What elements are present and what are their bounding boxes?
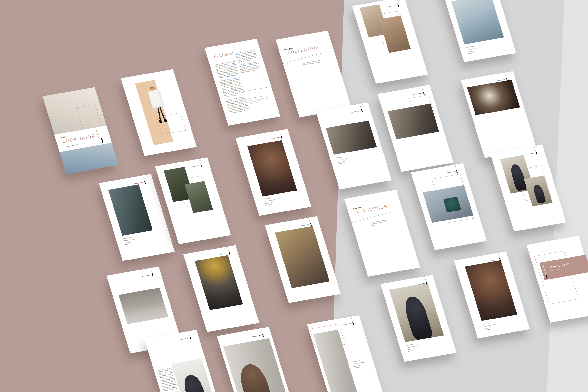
figure-silhouette [402,295,434,341]
page-jeans: Fashion Name Product Code: #fw03 Model N… [440,0,516,62]
black-bar [262,334,264,337]
studio-name-label: STUDIO NAME [252,335,261,337]
caption-block: Fashion Name Product Code: #fw01 Model N… [123,234,148,245]
black-bar [546,276,548,279]
cover-black-bar [101,138,103,143]
photo-striped-top [389,283,444,342]
rose-line [199,159,201,164]
rose-line [498,253,500,258]
black-bar [352,322,354,325]
page-header: STUDIO NAME [131,174,152,188]
photo-building-model [223,338,290,392]
unique-title: COLLECTION [287,45,320,55]
page-handbag: STUDIO NAME [411,163,487,250]
studio-name-label: STUDIO NAME [219,253,228,256]
page-header: STUDIO NAME [443,164,464,178]
white-line [543,265,546,274]
rose-line [261,328,262,333]
studio-name-label: STUDIO NAME [342,323,351,325]
studio-name-label: STUDIO NAME [351,110,360,113]
photo-portrait-brown [247,140,297,196]
black-bar [500,258,501,261]
photo-bicycle [379,16,411,53]
studio-name-label: STUDIO NAME [413,93,422,95]
paragraph: Lorem ipsum dolor sit amet, consectetur … [215,61,239,79]
paragraph: Integer pulvinar id enim eget volutpat. … [226,96,250,114]
page-header: STUDIO NAME [486,252,507,266]
rose-line [422,86,423,91]
studio-name-label: STUDIO NAME [496,79,505,81]
rose-line [188,331,190,336]
photo-umbrella [195,255,243,310]
studio-website: www.example.com [550,268,562,271]
black-bar [152,273,154,276]
rose-line [150,268,152,273]
caption-block: Fashion Name Product Code: #fw03 Model N… [466,43,491,54]
photo-waterfall-hat [388,104,439,139]
paragraph: Cras sit amet arcu vehicula pulvinar fel… [238,61,261,73]
black-bar [536,151,538,154]
teal-handbag [443,196,461,212]
photo-forest-2 [185,181,213,213]
studio-name-label: STUDIO NAME [142,274,151,277]
photo-waterfall-hat [326,120,377,155]
rose-line [309,218,310,222]
caption-block: Fashion Name Product Code: #fw01 Model N… [337,153,362,164]
figure-silhouette [532,184,546,204]
studio-name-label: STUDIO NAME [134,182,143,184]
page-two-photos-street: STUDIO NAME [352,0,428,84]
studio-name-label: STUDIO NAME [446,171,455,174]
figure-silhouette [509,164,528,191]
studio-name-label: STUDIO NAME [190,165,199,168]
rose-line [143,176,144,180]
page-unique-collection: UNIQUE COLLECTION Lorem ipsum dolor sit … [276,30,352,118]
studio-name-label: STUDIO NAME [526,152,534,155]
page-header: STUDIO NAME [348,103,369,116]
black-bar [310,223,312,226]
figure-silhouette [181,374,210,392]
cover-title: LOOK BOOK [62,133,96,144]
photo-portrait-brown [465,260,517,321]
page-header: STUDIO NAME [339,316,360,329]
black-bar [398,4,399,7]
photo-hat-sitting [524,176,552,206]
rose-line [505,72,506,78]
rose-line [424,276,426,281]
black-bar [200,164,202,167]
divider-line [242,86,271,92]
page-header: STUDIO NAME [138,267,160,281]
rose-line [279,130,281,135]
black-bar [144,181,146,184]
black-bar [506,78,508,81]
page-portrait-brown-2: Fashion Name Product Code: #fw01 Model N… [454,252,530,338]
cover-rose-line [96,129,99,138]
page-back-cover: STUDIO NAME www.example.com [526,236,588,323]
photo-autumn [275,226,330,288]
page-header: STUDIO NAME [176,330,197,344]
rose-line [455,165,456,170]
page-model-beige [121,69,196,156]
photo-jeans [451,0,504,44]
photo-curb-sitting [118,288,168,324]
page-header: STUDIO NAME [187,158,208,172]
black-bar [281,136,283,139]
welcome-title: WELCOME [212,51,236,59]
studio-name-label: STUDIO NAME [180,338,188,340]
black-bar [426,282,428,285]
page-autumn: STUDIO NAME [265,216,341,303]
trendy-blurb: Lorem ipsum dolor sit amet, consectetur … [370,218,391,226]
rose-line [534,146,536,151]
studio-name-label: STUDIO NAME [300,224,309,226]
page-portrait-brown: Fashion Name Product Code: #fw01 Model N… [236,129,311,216]
page-spread-left: STUDIO NAME [217,327,293,392]
page-spread-right: Fashion Name Product Code: #fw01 Model N… [307,315,383,392]
unique-blurb: Lorem ipsum dolor sit amet, consectetur … [302,60,322,66]
photo-blonde-rocks [467,80,520,115]
page-trendy-collection: TRENDY COLLECTION Lorem ipsum dolor sit … [344,190,420,277]
black-bar [190,336,192,340]
rose-line [351,316,352,322]
rose-line [396,0,398,3]
paragraph: Cras sit amet arcu vehicula, pulvinar fe… [220,77,245,98]
figure-silhouette [236,362,275,392]
page-blonde-rocks: STUDIO NAME [461,71,537,158]
